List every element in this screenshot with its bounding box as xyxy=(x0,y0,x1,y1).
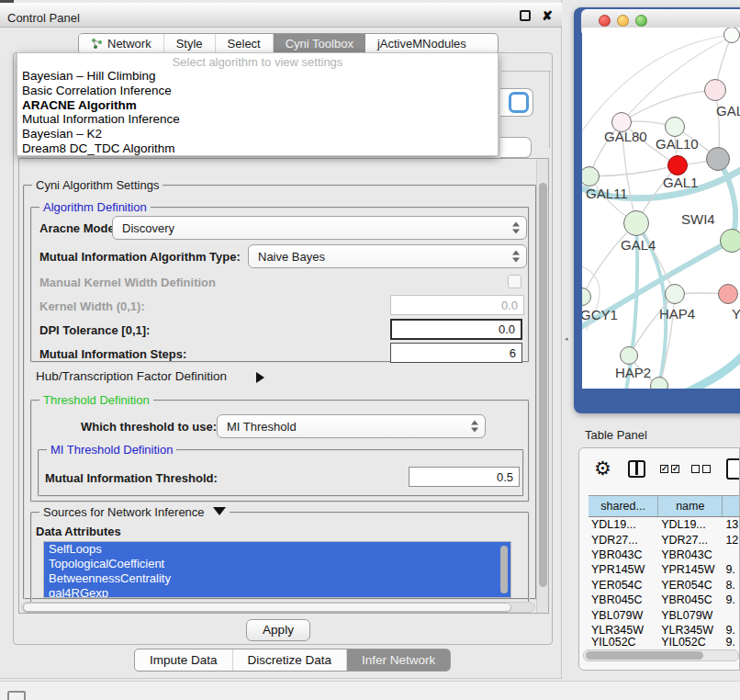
attribute-item[interactable]: gal4RGexp xyxy=(44,586,510,598)
manual-kernel-label: Manual Kernel Width Definition xyxy=(39,276,216,289)
table-row[interactable]: YER054C YER054C 8. xyxy=(589,578,740,593)
network-node-gray[interactable] xyxy=(706,147,730,171)
cell: 12 xyxy=(723,532,740,547)
settings-vscrollbar-thumb[interactable] xyxy=(539,183,547,587)
tab-impute-data[interactable]: Impute Data xyxy=(135,649,233,671)
algorithm-definition-title: Algorithm Definition xyxy=(39,200,151,214)
dpi-tolerance-field[interactable]: 0.0 xyxy=(390,319,522,340)
column-header-clipped[interactable] xyxy=(723,496,740,516)
table-row[interactable]: YBR043C YBR043C xyxy=(589,548,740,562)
close-panel-button[interactable]: ✘ xyxy=(542,8,553,23)
column-header-shared[interactable]: shared... xyxy=(589,496,658,516)
table-hscrollbar-track[interactable] xyxy=(583,649,739,661)
network-node-hap4[interactable] xyxy=(665,284,685,304)
collapse-down-icon[interactable] xyxy=(213,507,226,515)
table-row[interactable]: YDL19... YDL19... 13 xyxy=(589,517,740,532)
table-toolbar: ⚙ ✓ ✓ xyxy=(579,456,740,485)
unchecked-box-icon xyxy=(691,465,700,473)
mi-steps-field[interactable]: 6 xyxy=(390,343,522,363)
tab-style[interactable]: Style xyxy=(164,34,216,53)
cyni-settings-scrollpane: Cyni Algorithm Settings Algorithm Defini… xyxy=(18,158,549,614)
network-node-gal1-red[interactable] xyxy=(667,155,688,175)
cell: 8. xyxy=(723,578,740,593)
minimized-panel-button[interactable] xyxy=(7,691,26,700)
network-node-gal10[interactable] xyxy=(665,117,685,137)
cell: YDL19... xyxy=(658,517,723,532)
close-window-icon[interactable] xyxy=(599,15,611,27)
expand-right-icon[interactable] xyxy=(256,369,264,386)
apply-button[interactable]: Apply xyxy=(246,619,310,641)
mi-steps-label: Mutual Information Steps: xyxy=(39,347,186,361)
tab-infer-network[interactable]: Infer Network xyxy=(347,649,450,671)
table-row[interactable]: YBR045C YBR045C 9. xyxy=(589,593,740,607)
cell: YBR043C xyxy=(589,548,658,562)
attribute-item[interactable]: BetweennessCentrality xyxy=(44,571,510,586)
which-threshold-value: MI Threshold xyxy=(227,420,297,434)
dropdown-item-aracne[interactable]: ARACNE Algorithm xyxy=(17,98,498,113)
manual-kernel-checkbox[interactable] xyxy=(508,275,521,288)
tab-impute-data-label: Impute Data xyxy=(150,653,218,667)
column-header-name[interactable]: name xyxy=(658,496,723,516)
tab-infer-network-label: Infer Network xyxy=(362,653,435,667)
tab-cyni-toolbox[interactable]: Cyni Toolbox xyxy=(274,34,365,53)
settings-hscrollbar-track[interactable] xyxy=(21,602,535,613)
settings-vscrollbar-track[interactable] xyxy=(536,159,548,613)
network-node-salmon[interactable] xyxy=(718,284,738,304)
bottom-tabbar: Impute Data Discretize Data Infer Networ… xyxy=(134,649,451,672)
network-node-gal[interactable] xyxy=(704,79,726,101)
zoom-window-icon[interactable] xyxy=(635,15,647,27)
cell xyxy=(723,548,740,562)
table-row[interactable]: YPR145W YPR145W 9. xyxy=(589,562,740,577)
cell: YLR345W xyxy=(658,623,723,638)
sources-group-title: Sources for Network Inference xyxy=(39,505,230,519)
cell: YBR045C xyxy=(658,593,723,607)
gear-icon[interactable]: ⚙ xyxy=(594,457,611,480)
focused-combo-stepper xyxy=(509,92,529,113)
table-combobox-fragment[interactable] xyxy=(500,137,532,158)
attribute-item[interactable]: TopologicalCoefficient xyxy=(44,557,510,571)
algorithm-combobox-fragment[interactable] xyxy=(500,88,533,117)
dropdown-item[interactable]: Bayesian – K2 xyxy=(17,127,498,141)
tab-network[interactable]: Network xyxy=(79,34,164,53)
table-row[interactable]: YBL079W YBL079W xyxy=(589,607,740,622)
combo-stepper-icon xyxy=(512,222,520,234)
dropdown-item[interactable]: Basic Correlation Inference xyxy=(17,84,498,98)
network-node-swi4[interactable] xyxy=(720,229,740,253)
attribute-item[interactable]: SelfLoops xyxy=(44,542,510,557)
node-label: HAP4 xyxy=(659,306,695,322)
mi-threshold-field[interactable]: 0.5 xyxy=(409,467,520,487)
table-row[interactable]: YDR27... YDR27... 12 xyxy=(589,532,740,547)
table-hscrollbar-thumb[interactable] xyxy=(586,651,703,660)
panel-splitter-handle[interactable]: ◂ xyxy=(565,336,569,342)
dropdown-item[interactable]: Dream8 DC_TDC Algorithm xyxy=(17,141,498,156)
float-window-button[interactable] xyxy=(520,10,531,21)
select-all-checks-icon[interactable]: ✓ ✓ xyxy=(660,465,679,473)
aracne-mode-combobox[interactable]: Discovery xyxy=(112,216,527,240)
dropdown-item[interactable]: Bayesian – Hill Climbing xyxy=(17,69,498,84)
checked-box-icon: ✓ xyxy=(660,465,668,473)
cell: 9. xyxy=(723,623,740,638)
dropdown-item[interactable]: Mutual Information Inference xyxy=(17,112,498,127)
minimize-window-icon[interactable] xyxy=(617,15,629,27)
network-canvas[interactable]: GAL GAL80 GAL10 GAL1 GAL11 GAL4 SWI4 GCY… xyxy=(582,28,740,389)
which-threshold-combobox[interactable]: MI Threshold xyxy=(217,414,486,438)
table-row[interactable]: YLR345W YLR345W 9. xyxy=(589,623,740,638)
network-node-gal4[interactable] xyxy=(623,210,649,236)
deselect-all-checks-icon[interactable] xyxy=(691,465,711,473)
network-node-hap2[interactable] xyxy=(620,346,638,365)
tab-select[interactable]: Select xyxy=(216,34,274,53)
list-scrollbar-thumb[interactable] xyxy=(500,546,508,593)
tab-discretize-data[interactable]: Discretize Data xyxy=(233,649,348,671)
mi-type-combobox[interactable]: Naive Bayes xyxy=(248,244,527,268)
cell: 9. xyxy=(723,638,740,647)
table-panel-window: ⚙ ✓ ✓ shared... name YDL19... YDL19... 1… xyxy=(578,447,740,671)
tab-jactivemnodules[interactable]: jActiveMNodules xyxy=(365,34,478,53)
table-function-icon[interactable] xyxy=(726,458,740,480)
split-columns-icon[interactable] xyxy=(628,460,645,478)
table-row-clipped[interactable]: YIL052C YIL052C 9. xyxy=(589,638,740,647)
network-node[interactable] xyxy=(650,377,668,389)
settings-hscrollbar-thumb[interactable] xyxy=(23,603,511,612)
data-attributes-list[interactable]: SelfLoops TopologicalCoefficient Between… xyxy=(43,541,511,598)
tab-discretize-data-label: Discretize Data xyxy=(248,653,332,667)
cell: YER054C xyxy=(658,578,723,593)
